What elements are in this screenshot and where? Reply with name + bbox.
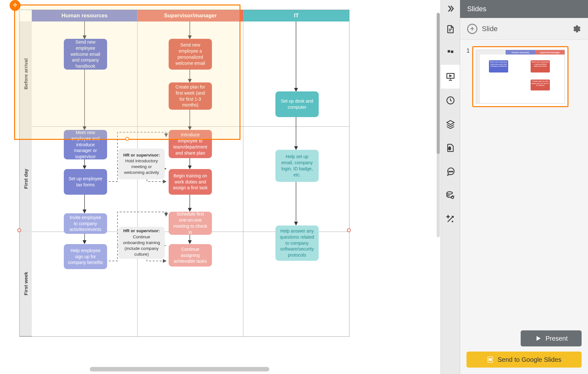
- vertical-scrollbar[interactable]: [437, 13, 440, 237]
- history-icon[interactable]: [441, 89, 460, 112]
- slides-panel: Slides + Slide 1 Human resources Supervi…: [460, 0, 588, 374]
- swimlane-diagram[interactable]: Human resources Supervisor/manager IT Be…: [19, 10, 349, 337]
- node-neutral-intro-meeting[interactable]: HR or supervisor: Hold introductory meet…: [118, 149, 165, 179]
- node-neutral-continue-onboarding[interactable]: HR or supervisor: Continue onboarding tr…: [118, 227, 165, 259]
- node-sup-assign[interactable]: Continue assigning achievable tasks: [169, 244, 212, 267]
- node-hr-invite[interactable]: Invite employee to company activities/ev…: [64, 213, 107, 234]
- node-hr-benefits[interactable]: Help employee sign up for company benefi…: [64, 244, 107, 269]
- chat-icon[interactable]: [441, 160, 460, 183]
- resize-handle-left[interactable]: [17, 228, 21, 232]
- node-it-desk[interactable]: Set up desk and computer: [275, 91, 319, 117]
- slide-number: 1: [466, 46, 470, 107]
- node-sup-train[interactable]: Begin training on work duties and assign…: [169, 169, 212, 195]
- send-to-google-slides-button[interactable]: Send to Google Slides: [466, 352, 582, 368]
- plus-circle-icon: +: [467, 24, 477, 34]
- node-it-questions[interactable]: Help answer any questions related to com…: [275, 225, 319, 261]
- right-toolbar: [441, 0, 460, 374]
- node-hr-tax[interactable]: Set up employee tax forms: [64, 169, 107, 195]
- node-it-email[interactable]: Help set up email, company login, ID bad…: [275, 150, 319, 182]
- svg-rect-1: [451, 51, 453, 53]
- presentation-icon[interactable]: [441, 65, 460, 89]
- row-label-first-week[interactable]: First week: [20, 231, 32, 336]
- gear-icon[interactable]: [571, 24, 581, 34]
- svg-point-5: [450, 171, 451, 172]
- magic-icon[interactable]: [441, 207, 460, 231]
- resize-handle-right[interactable]: [347, 228, 351, 232]
- move-handle-icon[interactable]: [10, 0, 21, 11]
- svg-point-4: [449, 171, 450, 172]
- layers-icon[interactable]: [441, 112, 460, 136]
- node-sup-oneone[interactable]: Schedule first one-on-one meeting to che…: [169, 212, 212, 235]
- comment-icon[interactable]: [441, 41, 460, 65]
- present-button[interactable]: Present: [521, 330, 582, 346]
- play-icon: [535, 335, 542, 342]
- node-hr-welcome[interactable]: Send new employee welcome email and comp…: [64, 39, 107, 70]
- svg-rect-10: [489, 358, 491, 361]
- horizontal-scrollbar[interactable]: [90, 367, 269, 371]
- canvas-area[interactable]: Human resources Supervisor/manager IT Be…: [0, 0, 441, 374]
- add-slide-button[interactable]: + Slide: [467, 24, 498, 34]
- svg-rect-0: [448, 50, 450, 53]
- row-label-before-arrival[interactable]: Before arrival: [20, 21, 32, 126]
- svg-point-6: [452, 171, 453, 172]
- vertical-scrollbar-thumb[interactable]: [437, 13, 440, 154]
- slide-thumbnail[interactable]: Human resources Supervisor/manager Send …: [472, 46, 568, 107]
- google-slides-icon: [487, 356, 494, 363]
- theme-icon[interactable]: [441, 136, 460, 160]
- panel-title: Slides: [460, 0, 588, 18]
- lane-header-it[interactable]: IT: [244, 10, 349, 21]
- node-hr-meet[interactable]: Meet new employee and introduce manager …: [64, 130, 107, 159]
- svg-point-7: [447, 192, 452, 194]
- row-label-first-day[interactable]: First day: [20, 126, 32, 232]
- page-settings-icon[interactable]: [441, 17, 460, 41]
- node-sup-intro[interactable]: Introduce employee to team/department an…: [169, 130, 212, 158]
- node-sup-welcome[interactable]: Send new employee a personalized welcome…: [169, 39, 212, 70]
- collapse-panel-icon[interactable]: [441, 0, 460, 17]
- lane-header-supervisor[interactable]: Supervisor/manager: [138, 10, 243, 21]
- data-link-icon[interactable]: [441, 183, 460, 207]
- node-sup-plan[interactable]: Create plan for first week (and for firs…: [169, 82, 212, 110]
- lane-header-hr[interactable]: Human resources: [32, 10, 138, 21]
